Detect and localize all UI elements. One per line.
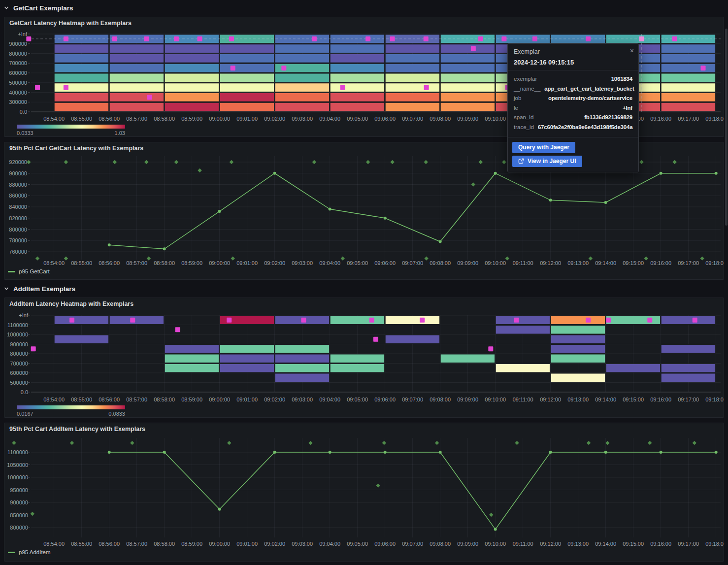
exemplar-marker[interactable]	[365, 36, 370, 41]
exemplar-marker[interactable]	[488, 346, 493, 351]
scrollbar-thumb[interactable]	[725, 29, 728, 226]
exemplar-marker[interactable]	[312, 36, 317, 41]
exemplar-diamond[interactable]	[35, 256, 39, 260]
exemplar-diamond[interactable]	[113, 160, 117, 164]
view-in-jaeger-button[interactable]: View in Jaeger UI	[512, 156, 582, 167]
exemplar-diamond[interactable]	[390, 160, 394, 164]
y-axis-label: 900000	[10, 499, 28, 505]
exemplar-marker[interactable]	[281, 66, 286, 70]
exemplar-marker-selected[interactable]	[639, 36, 644, 41]
x-axis-label: 09:13:00	[567, 541, 589, 547]
exemplar-marker[interactable]	[701, 66, 706, 70]
exemplar-marker[interactable]	[227, 318, 232, 323]
section-header-getcart[interactable]: GetCart Exemplars	[4, 2, 73, 14]
exemplar-diamond[interactable]	[376, 484, 380, 488]
exemplar-marker[interactable]	[672, 36, 677, 41]
exemplar-diamond[interactable]	[639, 160, 643, 164]
exemplar-diamond[interactable]	[424, 160, 428, 164]
exemplar-diamond[interactable]	[644, 256, 648, 260]
x-axis-label: 09:13:00	[567, 397, 589, 402]
exemplar-diamond[interactable]	[648, 441, 652, 445]
exemplar-diamond[interactable]	[130, 441, 134, 445]
exemplar-diamond[interactable]	[230, 160, 233, 164]
exemplar-diamond[interactable]	[672, 160, 676, 164]
exemplar-diamond[interactable]	[144, 160, 148, 164]
exemplar-marker[interactable]	[501, 36, 506, 41]
exemplar-diamond[interactable]	[198, 168, 201, 172]
exemplar-marker[interactable]	[424, 36, 429, 41]
exemplar-diamond[interactable]	[502, 160, 506, 164]
exemplar-marker[interactable]	[144, 36, 149, 41]
heatmap-cell	[661, 373, 716, 382]
x-axis-label: 09:15:00	[623, 541, 644, 547]
exemplar-diamond[interactable]	[174, 160, 178, 164]
exemplar-marker[interactable]	[606, 318, 611, 323]
exemplar-marker[interactable]	[478, 36, 483, 41]
y-axis-label: 700000	[10, 361, 28, 366]
exemplar-marker[interactable]	[420, 318, 425, 323]
exemplar-marker[interactable]	[35, 85, 40, 90]
exemplar-diamond[interactable]	[589, 256, 593, 260]
exemplar-marker[interactable]	[647, 318, 652, 323]
exemplar-marker[interactable]	[69, 318, 74, 323]
exemplar-diamond[interactable]	[341, 256, 345, 260]
heatmap-cell	[275, 345, 330, 354]
exemplar-marker[interactable]	[174, 36, 179, 41]
data-point	[108, 243, 111, 246]
exemplar-marker[interactable]	[340, 85, 345, 90]
exemplar-marker[interactable]	[64, 85, 68, 90]
exemplar-diamond[interactable]	[312, 160, 316, 164]
exemplar-marker[interactable]	[514, 318, 519, 323]
exemplar-marker[interactable]	[369, 318, 374, 323]
close-icon[interactable]: ×	[630, 47, 634, 54]
exemplar-diamond[interactable]	[587, 441, 591, 445]
x-axis-label: 09:16:00	[650, 541, 671, 547]
exemplar-marker[interactable]	[471, 46, 476, 51]
exemplar-marker[interactable]	[693, 318, 697, 323]
exemplar-diamond[interactable]	[64, 160, 68, 164]
exemplar-marker[interactable]	[31, 346, 36, 351]
exemplar-marker[interactable]	[147, 95, 152, 100]
exemplar-marker[interactable]	[532, 36, 537, 41]
exemplar-marker[interactable]	[64, 36, 68, 41]
exemplar-marker[interactable]	[112, 36, 117, 41]
exemplar-marker[interactable]	[175, 327, 180, 332]
heatmap-cell	[109, 93, 164, 102]
exemplar-marker[interactable]	[373, 337, 378, 342]
heatmap-cell	[109, 54, 164, 63]
exemplar-marker[interactable]	[229, 36, 234, 41]
exemplar-diamond[interactable]	[70, 441, 74, 445]
exemplar-diamond[interactable]	[308, 441, 312, 445]
legend-item-p95-getcart[interactable]: p95 GetCart	[8, 268, 50, 274]
exemplar-diamond[interactable]	[435, 441, 439, 445]
x-axis-label: 09:12:00	[540, 541, 561, 547]
exemplar-diamond[interactable]	[12, 441, 16, 445]
section-header-additem[interactable]: AddItem Exemplars	[4, 283, 75, 295]
exemplar-diamond[interactable]	[515, 441, 519, 445]
exemplar-diamond[interactable]	[700, 256, 704, 260]
exemplar-marker[interactable]	[586, 36, 591, 41]
exemplar-diamond[interactable]	[471, 182, 475, 186]
exemplar-diamond[interactable]	[227, 441, 231, 445]
exemplar-marker[interactable]	[301, 318, 306, 323]
heatmap-cell	[330, 64, 385, 72]
legend-item-p95-additem[interactable]: p95 AddItem	[8, 549, 51, 555]
exemplar-diamond[interactable]	[479, 160, 483, 164]
exemplar-marker[interactable]	[424, 85, 429, 90]
exemplar-diamond[interactable]	[231, 256, 235, 260]
heatmap-cell	[54, 335, 108, 344]
y-axis-label: +Inf	[18, 31, 28, 37]
exemplar-marker[interactable]	[390, 36, 395, 41]
x-axis-label: 09:18:00	[705, 541, 724, 547]
exemplar-marker[interactable]	[231, 66, 235, 70]
query-with-jaeger-button[interactable]: Query with Jaeger	[512, 142, 575, 153]
exemplar-diamond[interactable]	[489, 513, 493, 517]
exemplar-diamond[interactable]	[424, 256, 428, 260]
exemplar-marker[interactable]	[198, 36, 202, 41]
exemplar-diamond[interactable]	[605, 441, 609, 445]
exemplar-marker[interactable]	[586, 318, 591, 323]
exemplar-diamond[interactable]	[366, 160, 370, 164]
exemplar-diamond[interactable]	[693, 441, 696, 445]
exemplar-diamond[interactable]	[382, 441, 386, 445]
exemplar-marker[interactable]	[130, 318, 135, 323]
